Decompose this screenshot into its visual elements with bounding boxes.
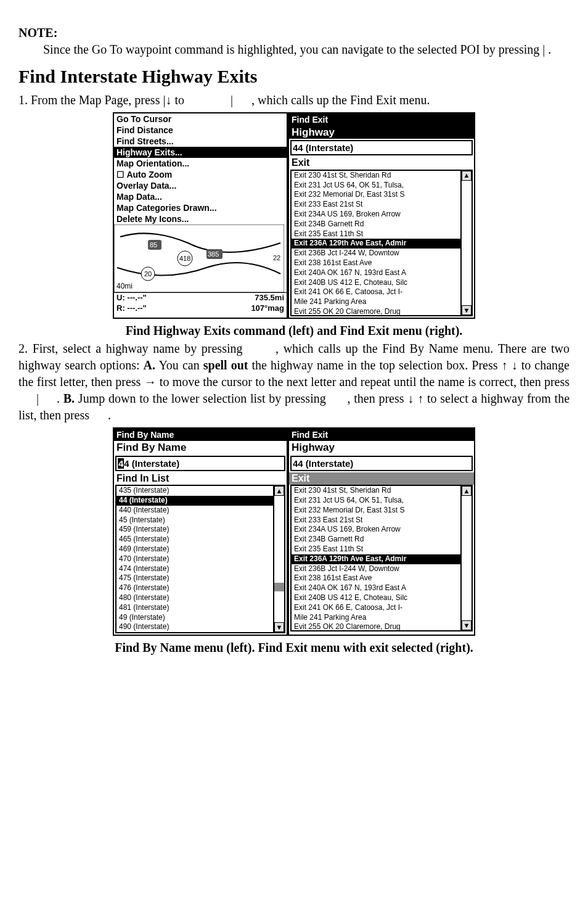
exit-item[interactable]: Exit 230 41st St, Sheridan Rd xyxy=(292,486,460,496)
screenshot-row-1: Go To Cursor Find Distance Find Streets.… xyxy=(18,112,570,319)
list-item[interactable]: 480 (Interstate) xyxy=(116,593,273,603)
map-range: 40mi xyxy=(116,282,133,290)
interstate-list[interactable]: 435 (Interstate) 44 (Interstate) 440 (In… xyxy=(116,486,273,632)
list-item[interactable]: 465 (Interstate) xyxy=(116,535,273,545)
find-by-name-panel: Find By Name Find By Name 44 (Interstate… xyxy=(113,427,288,636)
list-item[interactable]: 475 (Interstate) xyxy=(116,574,273,583)
highway-value[interactable]: 44 (Interstate) xyxy=(290,140,473,155)
list-item[interactable]: 459 (Interstate) xyxy=(116,525,273,535)
exit-item[interactable]: Exit 240B US 412 E, Choteau, Silc xyxy=(292,593,460,603)
list-item[interactable]: 49 (Interstate) xyxy=(116,613,273,623)
exit-item[interactable]: Exit 236B Jct I-244 W, Downtow xyxy=(292,564,460,574)
exit-item[interactable]: Exit 232 Memorial Dr, East 31st S xyxy=(292,506,460,516)
exit-item[interactable]: Exit 236B Jct I-244 W, Downtow xyxy=(292,249,460,258)
find-by-name-input[interactable]: 44 (Interstate) xyxy=(115,456,285,471)
find-exit-title: Find Exit xyxy=(289,113,474,126)
note-text-c: . xyxy=(548,43,551,56)
exit-item[interactable]: Exit 240A OK 167 N, 193rd East A xyxy=(292,583,460,593)
exit-item[interactable]: Exit 233 East 21st St xyxy=(292,516,460,525)
scroll-down-icon[interactable]: ▼ xyxy=(274,622,284,632)
find-by-name-subhead: Find By Name xyxy=(114,441,287,454)
exit-item[interactable]: Exit 240B US 412 E, Choteau, Silc xyxy=(292,278,460,288)
scroll-thumb[interactable] xyxy=(274,583,284,591)
exit-item[interactable]: Exit 238 161st East Ave xyxy=(292,574,460,583)
exit-item[interactable]: Exit 233 East 21st St xyxy=(292,200,460,210)
list-item[interactable]: 474 (Interstate) xyxy=(116,564,273,574)
menu-panel-left: Go To Cursor Find Distance Find Streets.… xyxy=(113,112,288,319)
find-in-list-head: Find In List xyxy=(114,472,287,485)
exit-item[interactable]: Exit 234B Garnett Rd xyxy=(292,535,460,545)
highway-value[interactable]: 44 (Interstate) xyxy=(290,456,473,471)
step-2: 2. First, select a highway name by press… xyxy=(18,340,570,424)
t: Jump down to the lower selection list by… xyxy=(78,392,330,405)
note-body: Since the Go To waypoint command is high… xyxy=(43,41,570,58)
menu-item[interactable]: Overlay Data... xyxy=(114,180,287,191)
exit-item[interactable]: Exit 231 Jct US 64, OK 51, Tulsa, xyxy=(292,181,460,191)
scroll-up-icon[interactable]: ▲ xyxy=(274,486,284,496)
exit-list[interactable]: Exit 230 41st St, Sheridan Rd Exit 231 J… xyxy=(292,486,460,630)
exit-item[interactable]: Exit 232 Memorial Dr, East 31st S xyxy=(292,190,460,200)
highway-label[interactable]: Highway xyxy=(289,126,474,139)
list-item-selected[interactable]: 44 (Interstate) xyxy=(116,496,273,506)
step-1: 1. From the Map Page, press |↓ to | , wh… xyxy=(18,92,570,109)
bold-a: A. xyxy=(144,358,155,372)
menu-item[interactable]: Find Distance xyxy=(114,125,287,136)
exit-item[interactable]: Evit 255 OK 20 Claremore, Drug xyxy=(292,622,460,630)
list-item[interactable]: 490 (Interstate) xyxy=(116,622,273,632)
exit-item[interactable]: Exit 234A US 169, Broken Arrow xyxy=(292,525,460,535)
name-value-rest: 4 (Interstate) xyxy=(124,458,179,469)
scroll-up-icon[interactable]: ▲ xyxy=(462,486,472,496)
course-value: 735.5mi xyxy=(255,294,284,303)
list-item[interactable]: 440 (Interstate) xyxy=(116,506,273,516)
scroll-down-icon[interactable]: ▼ xyxy=(462,305,472,315)
exit-item[interactable]: Mile 241 Parking Area xyxy=(292,613,460,623)
menu-item[interactable]: Delete My Icons... xyxy=(114,213,287,224)
menu-item-checkbox[interactable]: ☐ Auto Zoom xyxy=(114,169,287,180)
exit-item[interactable]: Exit 234B Garnett Rd xyxy=(292,220,460,229)
exit-item[interactable]: Exit 241 OK 66 E, Catoosa, Jct I- xyxy=(292,287,460,297)
t: . xyxy=(57,392,63,405)
exit-item[interactable]: Exit 235 East 11th St xyxy=(292,229,460,239)
menu-item[interactable]: Find Streets... xyxy=(114,136,287,147)
list-item[interactable]: 481 (Interstate) xyxy=(116,603,273,613)
list-item[interactable]: 45 (Interstate) xyxy=(116,516,273,525)
auto-zoom-label: Auto Zoom xyxy=(126,170,172,179)
exit-item[interactable]: Exit 235 East 11th St xyxy=(292,545,460,554)
find-exit-panel: Find Exit Highway 44 (Interstate) Exit E… xyxy=(288,112,475,319)
menu-item[interactable]: Go To Cursor xyxy=(114,113,287,125)
exit-item[interactable]: Exit 231 Jct US 64, OK 51, Tulsa, xyxy=(292,496,460,506)
scrollbar[interactable]: ▲ ▼ xyxy=(460,171,472,315)
list-item[interactable]: 476 (Interstate) xyxy=(116,583,273,593)
exit-item-selected[interactable]: Exit 236A 129th Ave East, Admir xyxy=(292,554,460,564)
svg-text:20: 20 xyxy=(144,270,152,278)
exit-list[interactable]: Exit 230 41st St, Sheridan Rd Exit 231 J… xyxy=(292,171,460,315)
scrollbar[interactable]: ▲ ▼ xyxy=(460,486,472,630)
step1-d: , which calls up the Find Exit menu. xyxy=(251,93,430,107)
find-exit-title: Find Exit xyxy=(289,429,474,441)
section-heading-exits: Find Interstate Highway Exits xyxy=(18,64,570,89)
list-item[interactable]: 470 (Interstate) xyxy=(116,554,273,564)
exit-item[interactable]: Evit 255 OK 20 Claremore, Drug xyxy=(292,307,460,315)
exit-item[interactable]: Exit 240A OK 167 N, 193rd East A xyxy=(292,268,460,278)
scroll-down-icon[interactable]: ▼ xyxy=(462,620,472,630)
exit-item[interactable]: Exit 230 41st St, Sheridan Rd xyxy=(292,171,460,181)
list-item[interactable]: 469 (Interstate) xyxy=(116,545,273,554)
exit-item-selected[interactable]: Exit 236A 129th Ave East, Admir xyxy=(292,239,460,249)
scroll-up-icon[interactable]: ▲ xyxy=(462,171,472,181)
note-text-b: | xyxy=(542,43,545,56)
note-text-a: Since the Go To waypoint command is high… xyxy=(43,43,542,56)
exit-item[interactable]: Mile 241 Parking Area xyxy=(292,297,460,307)
menu-item-selected[interactable]: Highway Exits... xyxy=(114,147,287,158)
bold-b: B. xyxy=(63,392,75,405)
exit-label-head: Exit xyxy=(289,157,474,169)
exit-item[interactable]: Exit 241 OK 66 E, Catoosa, Jct I- xyxy=(292,603,460,613)
exit-item[interactable]: Exit 234A US 169, Broken Arrow xyxy=(292,210,460,220)
list-item[interactable]: 435 (Interstate) xyxy=(116,486,273,496)
menu-item[interactable]: Map Data... xyxy=(114,191,287,202)
menu-item[interactable]: Map Categories Drawn... xyxy=(114,202,287,213)
menu-item[interactable]: Map Orientation... xyxy=(114,158,287,169)
note-heading: NOTE: xyxy=(18,25,570,41)
screenshot-row-2: Find By Name Find By Name 44 (Interstate… xyxy=(18,427,570,636)
scrollbar[interactable]: ▲ ▼ xyxy=(273,486,284,632)
exit-item[interactable]: Exit 238 161st East Ave xyxy=(292,258,460,268)
